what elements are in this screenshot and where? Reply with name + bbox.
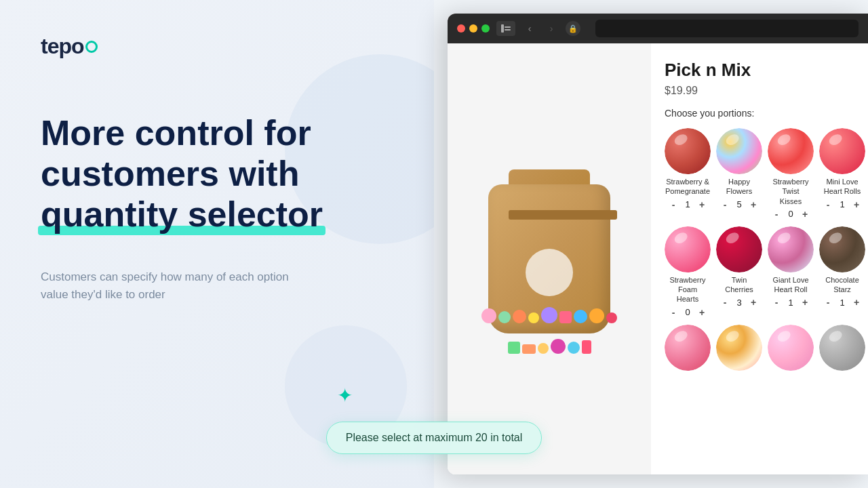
candy-image-twin-cherries	[716, 226, 762, 272]
toast-message: Please select at maximum 20 in total	[346, 432, 523, 443]
candy-name-strawberry-pom: Strawberry &Pomegranate	[665, 177, 710, 197]
candy-item-happy-flowers: HappyFlowers - 5 +	[716, 128, 762, 220]
candy-name-choc-starz: ChocolateStarz	[825, 275, 859, 295]
product-title: Pick n Mix	[665, 60, 854, 81]
candy-name-happy-flowers: HappyFlowers	[726, 177, 753, 197]
back-button[interactable]: ‹	[522, 21, 537, 36]
product-info: Pick n Mix $19.99 Choose you portions: S…	[651, 43, 868, 474]
qty-increase-happy-flowers[interactable]: +	[748, 199, 759, 210]
logo: tepo	[41, 34, 393, 59]
candy-image-row3d	[819, 325, 865, 371]
svg-rect-2	[505, 29, 511, 30]
qty-increase-mini-love[interactable]: +	[851, 199, 862, 210]
qty-decrease-choc-starz[interactable]: -	[823, 297, 833, 308]
candy-name-mini-love: Mini LoveHeart Rolls	[824, 177, 861, 197]
product-price: $19.99	[665, 85, 854, 97]
qty-decrease-foam-hearts[interactable]: -	[668, 307, 679, 318]
forward-button[interactable]: ›	[544, 21, 559, 36]
candy-item-mini-love: Mini LoveHeart Rolls - 1 +	[819, 128, 865, 220]
candy-image-choc-starz	[819, 226, 865, 272]
headline: More control for customers with quantity…	[41, 113, 393, 235]
candy-name-giant-love: Giant LoveHeart Roll	[772, 275, 808, 295]
qty-control-choc-starz: - 1 +	[823, 297, 862, 308]
star-decoration: ✦	[337, 384, 353, 407]
minimize-dot[interactable]	[469, 24, 477, 33]
close-dot[interactable]	[457, 24, 465, 33]
candy-name-foam-hearts: StrawberryFoamHearts	[669, 275, 705, 304]
product-image-area	[448, 43, 651, 474]
qty-value-strawberry-twist: 0	[786, 209, 795, 219]
candy-item-row3a	[665, 325, 711, 371]
headline-line2: customers with	[41, 154, 299, 193]
candy-image-strawberry-pom	[665, 128, 711, 174]
qty-decrease-twin-cherries[interactable]: -	[719, 297, 730, 308]
browser-window: ‹ › 🔒	[448, 14, 868, 474]
qty-increase-choc-starz[interactable]: +	[851, 297, 862, 308]
qty-decrease-happy-flowers[interactable]: -	[719, 199, 730, 210]
qty-increase-foam-hearts[interactable]: +	[696, 307, 707, 318]
svg-rect-1	[505, 26, 511, 28]
qty-decrease-strawberry-twist[interactable]: -	[771, 209, 782, 220]
candy-item-strawberry-pom: Strawberry &Pomegranate - 1 +	[665, 128, 711, 220]
candy-item-row3d	[819, 325, 865, 371]
product-image	[475, 164, 624, 354]
qty-value-strawberry-pom: 1	[683, 199, 692, 209]
headline-highlight: quantity selector	[41, 195, 323, 234]
svg-rect-0	[501, 24, 504, 33]
qty-decrease-strawberry-pom[interactable]: -	[668, 199, 679, 210]
candy-item-foam-hearts: StrawberryFoamHearts - 0 +	[665, 226, 711, 318]
security-icon: 🔒	[566, 21, 580, 36]
sidebar-toggle-button[interactable]	[496, 21, 515, 36]
choose-label: Choose you portions:	[665, 108, 854, 119]
qty-value-twin-cherries: 3	[734, 298, 744, 308]
address-bar[interactable]	[595, 20, 859, 37]
subtext: Customers can specify how many of each o…	[41, 268, 312, 303]
qty-value-giant-love: 1	[786, 298, 795, 308]
qty-decrease-mini-love[interactable]: -	[823, 199, 833, 210]
qty-increase-strawberry-twist[interactable]: +	[800, 209, 810, 220]
candy-image-giant-love	[768, 226, 814, 272]
candy-item-row3c	[768, 325, 814, 371]
product-page: Pick n Mix $19.99 Choose you portions: S…	[448, 43, 868, 474]
qty-control-mini-love: - 1 +	[823, 199, 862, 210]
candy-pile	[475, 293, 624, 354]
browser-traffic-lights	[457, 24, 490, 33]
bag-seal	[509, 210, 617, 220]
candy-image-strawberry-twist	[768, 128, 814, 174]
headline-line1: More control for	[41, 113, 311, 152]
candy-name-twin-cherries: TwinCherries	[725, 275, 753, 295]
candy-image-row3c	[768, 325, 814, 371]
candy-image-mini-love	[819, 128, 865, 174]
qty-value-foam-hearts: 0	[683, 307, 692, 317]
qty-control-happy-flowers: - 5 +	[719, 199, 759, 210]
qty-decrease-giant-love[interactable]: -	[771, 297, 782, 308]
qty-control-giant-love: - 1 +	[771, 297, 810, 308]
qty-value-choc-starz: 1	[837, 298, 847, 308]
qty-control-twin-cherries: - 3 +	[719, 297, 759, 308]
qty-value-mini-love: 1	[837, 199, 847, 209]
toast-notification: Please select at maximum 20 in total	[326, 422, 542, 454]
qty-increase-giant-love[interactable]: +	[800, 297, 810, 308]
browser-toolbar: ‹ › 🔒	[448, 14, 868, 43]
candy-image-foam-hearts	[665, 226, 711, 272]
candy-image-row3a	[665, 325, 711, 371]
toast-container: Please select at maximum 20 in total	[129, 422, 739, 454]
candy-item-giant-love: Giant LoveHeart Roll - 1 +	[768, 226, 814, 318]
candy-image-happy-flowers	[716, 128, 762, 174]
qty-increase-twin-cherries[interactable]: +	[748, 297, 759, 308]
candy-name-strawberry-twist: StrawberryTwistKisses	[772, 177, 808, 206]
bag-logo-circle	[526, 249, 573, 296]
qty-control-strawberry-twist: - 0 +	[771, 209, 810, 220]
right-panel: ‹ › 🔒	[434, 0, 868, 488]
logo-circle-icon	[85, 41, 98, 53]
candy-item-twin-cherries: TwinCherries - 3 +	[716, 226, 762, 318]
logo-text: tepo	[41, 34, 84, 59]
qty-value-happy-flowers: 5	[734, 199, 744, 209]
candy-grid: Strawberry &Pomegranate - 1 + HappyFlowe…	[665, 128, 854, 371]
maximize-dot[interactable]	[481, 24, 490, 33]
candy-item-choc-starz: ChocolateStarz - 1 +	[819, 226, 865, 318]
left-panel: tepo More control for customers with qua…	[0, 0, 434, 488]
qty-increase-strawberry-pom[interactable]: +	[696, 199, 707, 210]
qty-control-foam-hearts: - 0 +	[668, 307, 707, 318]
candy-item-row3b	[716, 325, 762, 371]
